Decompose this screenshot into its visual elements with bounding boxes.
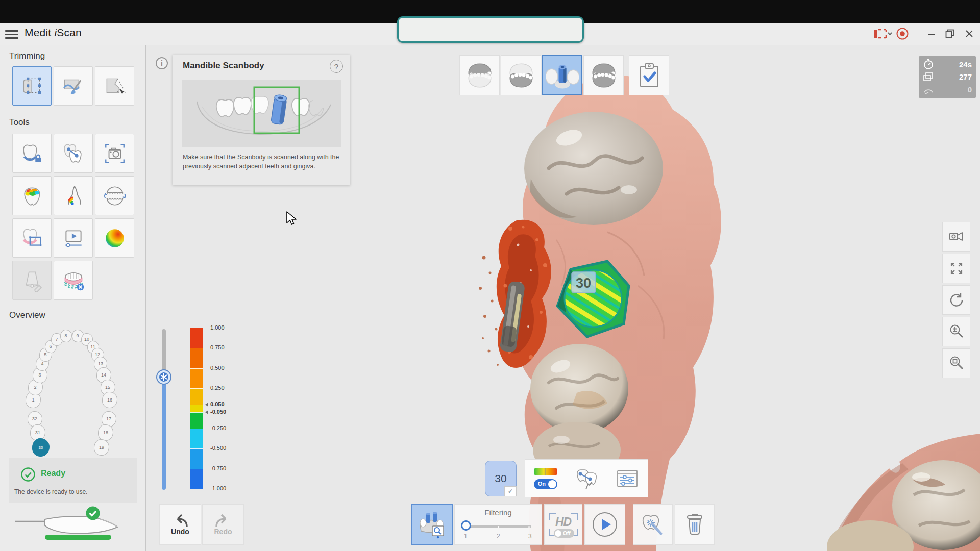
scanner-device-illustration (15, 506, 132, 538)
colormap-bar-icon (533, 468, 558, 475)
fit-screen-icon (949, 261, 964, 276)
restore-button[interactable] (943, 27, 957, 41)
play-scan-button[interactable] (584, 504, 625, 545)
filter-tick-2: 2 (497, 533, 500, 540)
scale-segment (190, 368, 203, 388)
tooth-18[interactable]: 18 (98, 424, 113, 441)
colormap-on-toggle[interactable]: On (534, 479, 557, 489)
die-tool-button[interactable] (12, 261, 52, 300)
ready-check-icon (20, 467, 36, 482)
device-battery-bar (45, 535, 111, 540)
trim-brush-button[interactable] (54, 66, 93, 106)
guide-card-description: Make sure that the Scanbody is scanned a… (183, 153, 340, 171)
stage-tab-complete[interactable] (629, 55, 669, 95)
scale-segment (190, 448, 203, 468)
capture-text-field[interactable] (397, 16, 584, 43)
bite-occlusion-icon (103, 184, 127, 208)
redo-button[interactable]: Redo (202, 504, 244, 545)
reset-view-button[interactable] (942, 285, 970, 315)
scanbody-tag-label: 30 (576, 276, 591, 291)
scanbody-scan-icon (417, 510, 447, 539)
scale-marker-icon (205, 410, 208, 414)
tooth-16[interactable]: 16 (102, 392, 117, 408)
screen-capture-button[interactable] (871, 27, 894, 41)
delete-scan-button[interactable] (675, 504, 715, 545)
camera-icon (103, 141, 127, 166)
ready-status-label: Ready (41, 469, 65, 478)
trash-icon (682, 512, 707, 537)
hd-mode-button[interactable]: HD Off (544, 504, 582, 545)
scale-segment (190, 412, 203, 429)
app-title: Medit iScan (24, 27, 82, 39)
session-stats-overlay: 24s 277 0 (919, 56, 976, 98)
guide-illustration (182, 80, 341, 147)
filter-tick-1: 1 (464, 533, 468, 540)
scale-segment (190, 348, 203, 368)
restore-icon (945, 29, 954, 38)
undo-button[interactable]: Undo (159, 504, 201, 545)
display-settings-button[interactable] (607, 460, 648, 497)
tools-section-label: Tools (9, 117, 30, 128)
scanbody-scan-button[interactable] (411, 504, 453, 545)
colormap-sphere-button[interactable] (95, 218, 134, 258)
trim-selection-button[interactable] (12, 66, 52, 106)
scale-marker-icon (205, 403, 208, 407)
lock-data-button[interactable] (12, 134, 52, 173)
zoom-region-button[interactable] (942, 348, 970, 378)
close-icon (965, 30, 973, 38)
align-teeth-icon (61, 141, 86, 166)
realign-button[interactable] (54, 134, 93, 173)
scale-segment (190, 469, 203, 489)
menu-button[interactable] (5, 28, 18, 39)
margin-line-button[interactable] (12, 218, 52, 258)
scale-label: 0.250 (210, 385, 225, 391)
stage-tab-occlusion[interactable] (583, 55, 624, 95)
scale-label: -0.500 (210, 445, 226, 451)
camera-view-button[interactable] (942, 222, 970, 252)
fit-screen-button[interactable] (942, 254, 970, 283)
scale-segment (190, 388, 203, 405)
filtering-slider-track[interactable] (466, 525, 531, 528)
record-icon (896, 27, 909, 40)
record-button[interactable] (896, 27, 909, 41)
hd-off-toggle[interactable]: Off (554, 529, 574, 538)
colormap-toggle-button[interactable]: On (525, 460, 566, 497)
deviation-color-scale: 1.0000.7500.5000.2500.050-0.050-0.250-0.… (190, 328, 246, 489)
stage-tab-maxilla[interactable] (459, 55, 500, 95)
auto-clean-button[interactable] (633, 504, 673, 545)
slider-handle-icon[interactable] (156, 369, 172, 385)
minimize-button[interactable] (925, 27, 938, 41)
filter-tick-3: 3 (528, 533, 532, 540)
mandible-icon (505, 60, 537, 91)
scale-segment (190, 429, 203, 448)
remove-denture-button[interactable] (54, 261, 93, 300)
capture-screenshot-button[interactable] (95, 134, 134, 173)
undercut-analysis-button[interactable] (54, 176, 93, 215)
remove-denture-icon (61, 268, 86, 293)
replay-button[interactable] (54, 218, 93, 258)
filtering-panel: Filtering 1 2 3 (454, 504, 542, 545)
zoom-button[interactable] (942, 317, 970, 346)
scale-label: -0.250 (210, 425, 226, 431)
info-icon[interactable]: i (156, 57, 168, 69)
stage-tab-scanbody[interactable] (542, 55, 582, 95)
tooth-19[interactable]: 19 (94, 439, 109, 456)
hd-brackets-icon: HD Off (549, 513, 578, 536)
bite-analysis-button[interactable] (95, 176, 134, 215)
filtering-slider-handle[interactable] (461, 520, 471, 531)
stage-tab-mandible[interactable] (501, 55, 541, 95)
trim-polyline-button[interactable] (95, 66, 134, 106)
speed-gauge-icon (923, 84, 934, 95)
filtering-label: Filtering (455, 508, 542, 517)
tooth-lock-icon (20, 141, 44, 166)
help-icon[interactable]: ? (330, 60, 343, 73)
undo-icon (172, 513, 189, 528)
image-count-value: 277 (959, 72, 972, 81)
close-button[interactable] (963, 27, 976, 41)
die-tool-icon (20, 268, 44, 293)
manual-align-button[interactable] (566, 460, 607, 497)
tooth-30[interactable]: 30 (32, 438, 50, 457)
tooth-number-button[interactable]: 30 ✓ (485, 461, 517, 496)
occlusion-analysis-button[interactable] (12, 176, 52, 215)
tooth-8[interactable]: 8 (60, 330, 72, 342)
